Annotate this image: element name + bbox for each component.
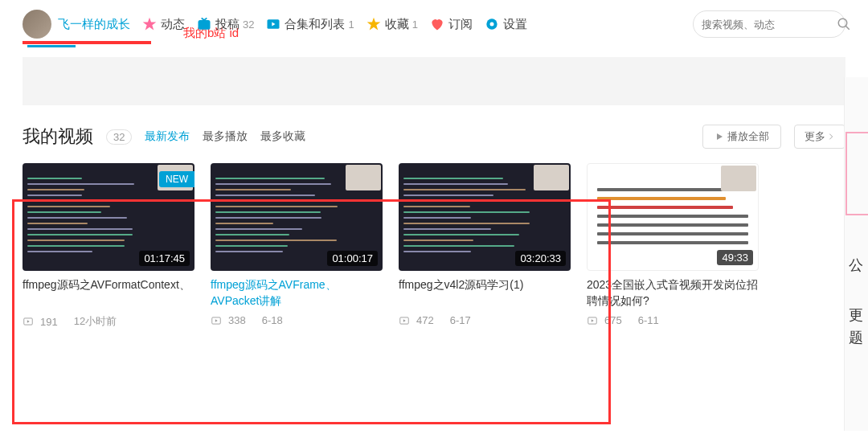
video-count: 32 [106,129,132,145]
section-title: 我的视频 [23,125,93,149]
svg-line-5 [845,26,850,30]
play-count-icon [587,315,598,326]
sort-favs[interactable]: 最多收藏 [260,129,305,144]
svg-point-4 [838,18,847,27]
video-thumbnail[interactable]: 01:00:17 [211,163,383,271]
play-count-icon [23,316,34,327]
side-text-gong: 公 [849,256,863,275]
video-meta: 19112小时前 [23,314,194,329]
user-chip[interactable]: 飞一样的成长 [23,10,130,39]
video-date: 6-11 [638,314,659,326]
video-card[interactable]: 49:332023全国嵌入式音视频开发岗位招聘情况如何?6756-11 [587,163,759,329]
search-icon[interactable] [837,14,851,34]
video-duration: 01:00:17 [327,251,378,266]
video-meta: 4726-17 [399,314,571,326]
section-header: 我的视频 32 最新发布 最多播放 最多收藏 播放全部 更多 [0,105,868,157]
video-date: 6-18 [262,314,283,326]
video-grid: NEW01:17:45ffmpeg源码之AVFormatContext、1911… [0,157,868,335]
video-views: 191 [40,316,58,328]
side-text-geng: 更 [849,305,863,325]
play-icon [265,16,281,32]
video-duration: 49:33 [717,250,753,265]
play-triangle-icon [714,132,724,141]
play-all-button[interactable]: 播放全部 [702,125,781,149]
chevron-right-icon [827,133,835,141]
intro-placeholder [23,57,845,105]
video-title[interactable]: ffmpeg源码之AVFormatContext、 [23,277,194,309]
side-text-ti: 题 [849,328,863,347]
search-input[interactable] [702,18,837,31]
video-views: 675 [604,314,622,326]
nav-settings[interactable]: 设置 [484,16,527,32]
sort-plays[interactable]: 最多播放 [203,129,248,144]
video-thumbnail[interactable]: 49:33 [587,163,759,271]
video-card[interactable]: 03:20:33ffmpeg之v4l2源码学习(1)4726-17 [399,163,571,329]
nav-playlist[interactable]: 合集和列表 1 [265,16,354,32]
nav-sub[interactable]: 订阅 [429,16,473,32]
video-thumbnail[interactable]: 03:20:33 [399,163,571,271]
nav-upload[interactable]: 投稿 32 [196,16,254,32]
video-date: 6-17 [450,314,471,326]
video-thumbnail[interactable]: NEW01:17:45 [23,163,194,271]
video-card[interactable]: 01:00:17ffmpeg源码之AVFrame、AVPacket讲解3386-… [211,163,383,329]
nav-dynamic[interactable]: 动态 [141,16,185,32]
search-box[interactable] [693,10,845,38]
sort-latest[interactable]: 最新发布 [145,129,190,144]
video-title[interactable]: ffmpeg源码之AVFrame、AVPacket讲解 [211,277,383,309]
user-name: 飞一样的成长 [58,17,130,32]
play-count-icon [211,315,222,326]
heart-icon [429,16,445,32]
svg-point-3 [489,23,493,27]
star-icon [141,16,158,32]
video-title[interactable]: ffmpeg之v4l2源码学习(1) [399,277,571,309]
play-count-icon [399,315,410,326]
gear-icon [484,16,500,32]
video-meta: 3386-18 [211,314,383,326]
video-title[interactable]: 2023全国嵌入式音视频开发岗位招聘情况如何? [587,277,759,309]
video-duration: 03:20:33 [515,251,566,266]
avatar [23,10,51,39]
video-meta: 6756-11 [587,314,759,326]
video-views: 472 [416,314,434,326]
more-button[interactable]: 更多 [794,125,845,149]
side-panel [844,77,868,431]
tv-icon [196,16,212,32]
new-badge: NEW [159,171,194,187]
video-card[interactable]: NEW01:17:45ffmpeg源码之AVFormatContext、1911… [23,163,194,329]
video-duration: 01:17:45 [139,251,190,266]
video-views: 338 [228,314,246,326]
svg-rect-0 [199,20,211,30]
pink-side-box [845,132,868,215]
video-date: 12小时前 [74,314,117,329]
star-fav-icon [366,16,382,32]
nav-fav[interactable]: 收藏 1 [366,16,418,32]
